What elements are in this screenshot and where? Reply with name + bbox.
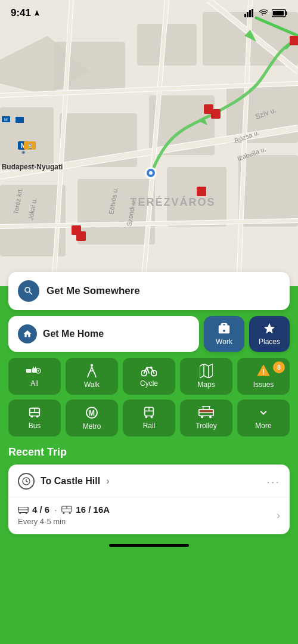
mode-rail-label: Rail [143,422,156,430]
svg-text:Budapest-Nyugati: Budapest-Nyugati [2,163,63,171]
svg-rect-3 [252,9,253,17]
svg-rect-1 [247,12,249,17]
mode-bus[interactable]: Bus [8,400,61,436]
mode-cycle[interactable]: Cycle [123,358,175,395]
bottom-panel: Get Me Somewhere Get Me Home Work Places [0,272,298,547]
rail-icon [142,406,156,419]
svg-point-73 [150,367,153,369]
home-label-text: Get Me Home [43,329,104,339]
trip-header: To Castle Hill › ··· [18,473,280,490]
svg-point-105 [19,512,21,513]
svg-point-82 [31,416,33,418]
svg-rect-0 [244,14,246,17]
svg-point-70 [91,364,93,366]
briefcase-icon [218,322,231,335]
svg-text:M: M [89,409,95,417]
tram-svg [18,506,29,514]
mode-more-label: More [255,422,271,430]
clock-svg [21,476,31,486]
search-placeholder-text: Get Me Somewhere [46,285,140,297]
svg-rect-20 [238,155,298,227]
route-info: 4 / 6 · 16 / 16A [18,504,110,526]
recent-title: Recent Trip [8,446,290,459]
all-modes-icon [26,365,43,377]
metro-icon: M [85,405,99,420]
mode-all-label: All [30,379,38,388]
mode-rail[interactable]: Rail [123,400,175,436]
mode-maps[interactable]: Maps [180,358,232,395]
svg-rect-61 [76,231,86,241]
home-button[interactable]: Get Me Home [8,316,199,352]
map-area[interactable]: Szív u. Rózsa u. Izabella u. Eötvös u. S… [0,0,298,286]
svg-marker-74 [200,364,213,378]
svg-rect-101 [200,410,213,413]
issues-count: 8 [277,364,281,371]
route-num-1: 4 / 6 [32,504,49,515]
svg-point-110 [63,512,65,513]
trip-routes: 4 / 6 · 16 / 16A [18,504,280,526]
places-shortcut[interactable]: Places [249,316,290,352]
mode-issues[interactable]: ! 8 Issues [237,358,290,395]
svg-rect-2 [249,10,251,17]
mode-more[interactable]: More [237,400,290,436]
svg-text:!: ! [262,368,265,376]
work-label: Work [216,338,232,346]
mode-trolley[interactable]: Trolley [180,400,232,436]
clock-icon [18,473,35,490]
svg-rect-58 [211,109,221,119]
svg-point-106 [26,512,27,513]
mode-walk[interactable]: Walk [66,358,118,395]
svg-point-39 [149,171,153,175]
svg-text:M: M [4,117,8,122]
cycle-icon [141,365,157,377]
trip-divider [8,497,290,497]
svg-point-69 [38,370,39,371]
home-indicator [109,544,189,547]
signal-icon [244,9,255,17]
mode-cycle-label: Cycle [140,379,158,388]
search-bar[interactable]: Get Me Somewhere [8,272,290,310]
recent-section: Recent Trip To Castle Hill › ··· [8,446,290,534]
status-time: 9:41 [11,7,41,19]
svg-point-4 [262,14,263,15]
quick-actions: Get Me Home Work Places [8,316,290,352]
mode-walk-label: Walk [84,380,100,389]
svg-point-111 [69,512,71,513]
route-nav-arrow[interactable]: › [277,509,280,522]
wifi-icon [259,9,268,17]
mode-maps-label: Maps [197,380,215,389]
mode-metro[interactable]: M Metro [66,400,118,436]
svg-rect-6 [285,11,287,15]
places-label: Places [259,338,280,346]
trip-dest-text: To Castle Hill [41,476,100,487]
svg-rect-59 [197,187,206,196]
battery-icon [272,9,287,17]
bus-icon [28,406,41,419]
mode-bus-label: Bus [29,422,41,430]
route-num-2: 16 / 16A [76,504,110,515]
time-display: 9:41 [11,7,31,19]
trip-card[interactable]: To Castle Hill › ··· [8,465,290,534]
work-shortcut[interactable]: Work [204,316,244,352]
svg-point-83 [36,416,39,418]
mode-metro-label: Metro [83,422,101,431]
svg-rect-56 [15,117,24,123]
search-icon [23,286,34,296]
mode-all[interactable]: All [8,358,61,395]
house-icon [23,329,32,339]
trip-destination: To Castle Hill › [18,473,110,490]
mode-issues-label: Issues [253,380,274,389]
trip-more-button[interactable]: ··· [266,475,280,488]
svg-text:⊕: ⊕ [21,150,26,155]
home-icon [18,324,37,343]
svg-rect-11 [137,24,197,66]
walk-icon [86,364,98,378]
svg-rect-62 [290,36,298,45]
svg-text:TERÉZVÁROS: TERÉZVÁROS [130,196,215,208]
search-icon-wrap [18,280,39,302]
svg-rect-7 [273,11,284,16]
svg-text:🚊: 🚊 [27,143,34,150]
trip-chevron: › [106,476,109,487]
more-icon [257,406,270,419]
issues-icon: ! [256,364,271,378]
